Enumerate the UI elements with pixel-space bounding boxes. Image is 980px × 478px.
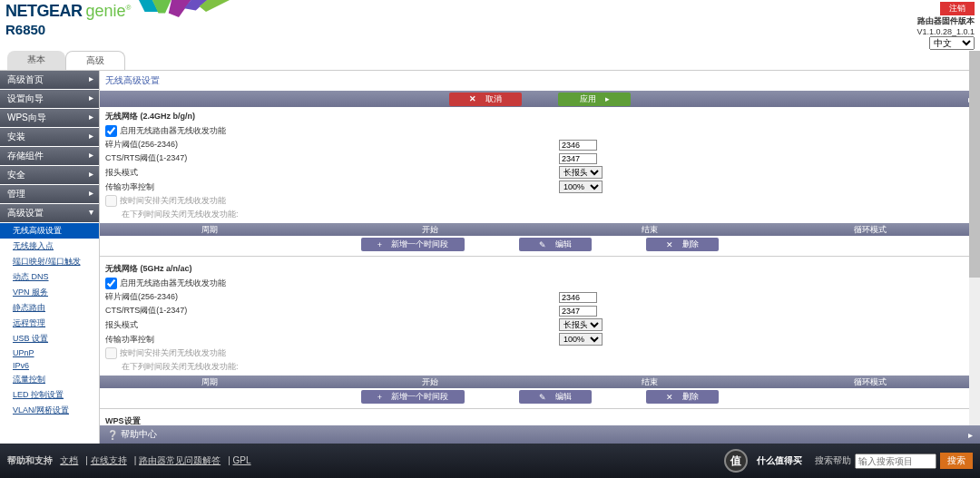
- nav-install[interactable]: 安装: [0, 128, 99, 147]
- tab-advanced[interactable]: 高级: [65, 51, 125, 70]
- nav-advanced[interactable]: 高级设置: [0, 204, 99, 223]
- cancel-button[interactable]: ✕取消: [449, 93, 522, 106]
- nav-home[interactable]: 高级首页: [0, 71, 99, 90]
- band24-cts-label: CTS/RTS阈值(1-2347): [105, 152, 559, 164]
- firmware-label: 路由器固件版本: [917, 16, 975, 25]
- band5-txpower-select[interactable]: 100%: [559, 333, 603, 346]
- footer-link-docs[interactable]: 文档: [60, 455, 78, 465]
- nav-ap[interactable]: 无线接入点: [0, 239, 99, 254]
- band5-frag-input[interactable]: [559, 292, 597, 303]
- nav-vlan[interactable]: VLAN/网桥设置: [0, 403, 99, 418]
- band24-enable-checkbox[interactable]: [105, 125, 117, 137]
- search-help-label: 搜索帮助: [815, 454, 851, 467]
- firmware-version: V1.1.0.28_1.0.1: [916, 27, 975, 36]
- help-search-button[interactable]: 搜索: [940, 453, 973, 469]
- band5-delete-button[interactable]: ✕删除: [646, 390, 719, 404]
- nav-wizard[interactable]: 设置向导: [0, 90, 99, 109]
- nav-security[interactable]: 安全: [0, 166, 99, 185]
- nav-wps[interactable]: WPS向导: [0, 109, 99, 128]
- band5-sched-note: 在下列时间段关闭无线收发功能:: [122, 361, 239, 373]
- band5-title: 无线网络 (5GHz a/n/ac): [105, 263, 975, 275]
- band24-enable-label: 启用无线路由器无线收发功能: [120, 125, 226, 137]
- watermark-text: 什么值得买: [757, 454, 802, 467]
- nav-traffic[interactable]: 流量控制: [0, 372, 99, 387]
- nav-remote[interactable]: 远程管理: [0, 316, 99, 331]
- band24-frag-label: 碎片阈值(256-2346): [105, 139, 559, 151]
- footer-link-gpl[interactable]: GPL: [233, 455, 251, 465]
- footer-link-online[interactable]: 在线支持: [91, 455, 127, 465]
- nav-vpn[interactable]: VPN 服务: [0, 285, 99, 300]
- band5-sched-checkbox: [105, 347, 117, 359]
- help-search-input[interactable]: [855, 454, 936, 469]
- band24-preamble-label: 报头模式: [105, 167, 559, 179]
- logout-button[interactable]: 注销: [940, 2, 975, 15]
- help-center-bar[interactable]: ❔ 帮助中心: [100, 425, 980, 444]
- band24-add-button[interactable]: +新增一个时间段: [361, 238, 465, 251]
- band24-edit-button[interactable]: ✎编辑: [519, 238, 592, 251]
- band5-preamble-label: 报头模式: [105, 319, 559, 331]
- band5-preamble-select[interactable]: 长报头: [559, 318, 603, 331]
- nav-port[interactable]: 端口映射/端口触发: [0, 254, 99, 269]
- band5-add-button[interactable]: +新增一个时间段: [361, 390, 465, 404]
- band5-schedule-header: 周期开始结束循环模式: [100, 376, 980, 388]
- band5-enable-checkbox[interactable]: [105, 278, 117, 289]
- content-scrollbar[interactable]: [969, 51, 980, 428]
- band24-cts-input[interactable]: [559, 153, 597, 164]
- band5-frag-label: 碎片阈值(256-2346): [105, 291, 559, 303]
- smzdm-logo-icon: 值: [724, 449, 748, 473]
- band24-sched-checkbox: [105, 195, 117, 207]
- band5-cts-label: CTS/RTS阈值(1-2347): [105, 305, 559, 317]
- brand-netgear: NETGEAR: [5, 2, 83, 21]
- band24-sched-label: 按时间安排关闭无线收发功能: [120, 195, 226, 207]
- footer-link-faq[interactable]: 路由器常见问题解答: [139, 455, 220, 465]
- nav-ddns[interactable]: 动态 DNS: [0, 269, 99, 285]
- band24-preamble-select[interactable]: 长报头: [559, 166, 603, 179]
- nav-static[interactable]: 静态路由: [0, 300, 99, 316]
- band5-enable-label: 启用无线路由器无线收发功能: [120, 278, 226, 289]
- band24-title: 无线网络 (2.4GHz b/g/n): [105, 111, 975, 122]
- apply-button[interactable]: 应用▸: [558, 93, 631, 106]
- band5-txpower-label: 传输功率控制: [105, 334, 559, 346]
- page-title: 无线高级设置: [100, 71, 980, 91]
- brand-genie: genie: [86, 2, 132, 21]
- band24-frag-input[interactable]: [559, 140, 597, 151]
- nav-admin[interactable]: 管理: [0, 185, 99, 204]
- nav-usb[interactable]: USB 设置: [0, 331, 99, 346]
- footer-support: 帮助和支持: [7, 455, 53, 465]
- nav-wireless-adv[interactable]: 无线高级设置: [0, 223, 99, 239]
- nav-led[interactable]: LED 控制设置: [0, 387, 99, 403]
- nav-upnp[interactable]: UPnP: [0, 346, 99, 359]
- band24-delete-button[interactable]: ✕删除: [646, 238, 719, 251]
- model-label: R6850: [5, 22, 45, 37]
- sidebar: 高级首页 设置向导 WPS向导 安装 存储组件 安全 管理 高级设置 无线高级设…: [0, 71, 100, 458]
- decorative-shapes: [138, 0, 247, 25]
- band24-txpower-label: 传输功率控制: [105, 181, 559, 193]
- band24-schedule-header: 周期开始结束循环模式: [100, 223, 980, 236]
- tab-basic[interactable]: 基本: [7, 51, 65, 70]
- nav-storage[interactable]: 存储组件: [0, 147, 99, 166]
- band5-sched-label: 按时间安排关闭无线收发功能: [120, 347, 226, 359]
- language-select[interactable]: 中文: [929, 36, 975, 50]
- band5-cts-input[interactable]: [559, 306, 597, 317]
- nav-ipv6[interactable]: IPv6: [0, 359, 99, 372]
- band24-sched-note: 在下列时间段关闭无线收发功能:: [122, 209, 239, 220]
- band5-edit-button[interactable]: ✎编辑: [519, 390, 592, 404]
- band24-txpower-select[interactable]: 100%: [559, 180, 603, 193]
